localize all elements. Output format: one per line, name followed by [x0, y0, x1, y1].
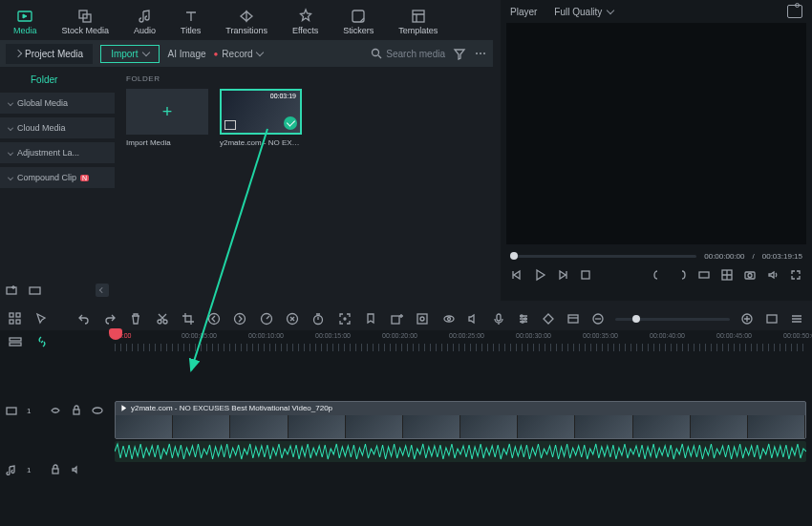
import-button[interactable]: Import — [100, 45, 160, 63]
search-media[interactable]: Search media — [371, 48, 445, 59]
sidebar-item-cloud[interactable]: Cloud Media — [0, 117, 115, 138]
nav-titles[interactable]: Titles — [181, 8, 201, 35]
svg-point-32 — [448, 318, 451, 321]
svg-point-6 — [476, 53, 478, 54]
track-lock-icon[interactable] — [71, 405, 82, 416]
svg-point-45 — [93, 408, 102, 413]
keyframe-icon[interactable] — [541, 311, 556, 326]
volume-icon[interactable] — [766, 268, 780, 282]
svg-rect-29 — [417, 314, 427, 324]
media-clip-tile[interactable]: 00:03:19 y2mate.com - NO EXC... — [220, 89, 302, 147]
nav-transitions[interactable]: Transitions — [225, 8, 267, 35]
mic-icon[interactable] — [491, 311, 506, 326]
search-placeholder: Search media — [386, 49, 445, 59]
track-layout-icon[interactable] — [8, 334, 23, 349]
zoom-out-icon[interactable] — [590, 311, 606, 326]
track-lock-icon[interactable] — [50, 464, 61, 475]
delete-icon[interactable] — [129, 311, 143, 326]
snapshot-icon[interactable] — [787, 5, 802, 18]
focus-icon[interactable] — [337, 311, 352, 326]
record-button[interactable]: ●Record — [214, 49, 263, 59]
speed-icon[interactable] — [259, 311, 273, 326]
collapse-sidebar-icon[interactable] — [96, 284, 109, 297]
nav-effects[interactable]: Effects — [292, 8, 318, 35]
camera-icon[interactable] — [743, 268, 757, 282]
templates-icon — [410, 8, 427, 25]
grid-icon[interactable] — [720, 268, 734, 282]
ratio-icon[interactable] — [697, 268, 711, 282]
player-viewport[interactable] — [506, 23, 806, 244]
quality-dropdown[interactable]: Full Quality — [554, 7, 613, 17]
mark-in-icon[interactable] — [652, 268, 665, 282]
progress-knob[interactable] — [510, 252, 518, 260]
redo-icon[interactable] — [103, 311, 118, 326]
settings-icon[interactable] — [789, 311, 804, 326]
project-media-button[interactable]: Project Media — [6, 44, 93, 64]
svg-rect-41 — [10, 338, 21, 341]
progress-bar[interactable] — [510, 255, 696, 258]
next-button[interactable] — [556, 268, 569, 282]
nav-audio[interactable]: Audio — [134, 8, 156, 35]
timer-icon[interactable] — [311, 311, 326, 326]
add-icon[interactable] — [389, 311, 403, 326]
tool-select-icon[interactable] — [33, 311, 48, 326]
sidebar-item-global[interactable]: Global Media — [0, 93, 115, 114]
ai-image-button[interactable]: AI Image — [167, 49, 205, 59]
tool-grid-icon[interactable] — [8, 311, 22, 326]
import-media-tile[interactable]: + Import Media — [126, 89, 208, 147]
folder-icon[interactable] — [29, 284, 42, 297]
player-title: Player — [510, 7, 537, 17]
nav-stock-media[interactable]: Stock Media — [62, 8, 110, 35]
ruler-ticks — [115, 344, 806, 351]
zoom-fit-icon[interactable] — [764, 311, 780, 326]
speed2-icon[interactable] — [285, 311, 299, 326]
track-mute-icon[interactable] — [71, 464, 82, 475]
audio-track-icon — [6, 464, 17, 475]
nav-stickers[interactable]: Stickers — [343, 8, 374, 35]
eye-icon[interactable] — [441, 311, 457, 326]
sidebar-item-compound[interactable]: Compound ClipN — [0, 167, 115, 188]
new-folder-icon[interactable] — [6, 284, 19, 297]
undo-icon[interactable] — [76, 311, 91, 326]
cut-icon[interactable] — [155, 311, 169, 326]
ruler-time: 00:00:30:00 — [516, 332, 551, 339]
sidebar-folder-head[interactable]: Folder — [0, 67, 115, 93]
next-icon[interactable] — [233, 311, 247, 326]
play-button[interactable] — [533, 268, 546, 282]
nav-label: Stock Media — [62, 26, 110, 35]
stop-button[interactable] — [579, 268, 592, 282]
zoom-knob[interactable] — [632, 315, 640, 323]
mark-out-icon[interactable] — [674, 268, 688, 282]
link-icon[interactable] — [34, 334, 50, 349]
track-visibility-icon[interactable] — [50, 405, 61, 416]
audio-waveform[interactable] — [115, 441, 806, 462]
svg-rect-17 — [16, 313, 20, 317]
filter-icon[interactable] — [453, 47, 466, 60]
render-icon[interactable] — [566, 311, 581, 326]
svg-rect-28 — [392, 316, 399, 324]
audio-icon — [137, 8, 154, 25]
timeline-toolbar — [0, 307, 812, 330]
nav-media[interactable]: Media — [13, 8, 37, 35]
previous-icon[interactable] — [207, 311, 222, 326]
sidebar-item-adjustment[interactable]: Adjustment La... — [0, 142, 115, 163]
ruler-time: 00:00:20:00 — [382, 332, 417, 339]
sound-icon[interactable] — [466, 311, 481, 326]
svg-rect-42 — [10, 343, 21, 346]
zoom-in-icon[interactable] — [739, 311, 755, 326]
adjust-icon[interactable] — [516, 311, 531, 326]
crop-icon[interactable] — [181, 311, 195, 326]
timeline-clip[interactable]: y2mate.com - NO EXCUSES Best Motivationa… — [115, 401, 806, 439]
ruler-time: 00:00:35:00 — [583, 332, 618, 339]
track-mute-icon[interactable] — [92, 405, 103, 416]
ruler-time: 00:00:45:00 — [716, 332, 752, 339]
effects-icon[interactable] — [416, 311, 430, 326]
media-toolbar: Project Media Import AI Image ●Record Se… — [0, 40, 493, 67]
more-icon[interactable] — [474, 47, 487, 60]
nav-templates[interactable]: Templates — [398, 8, 438, 35]
marker-icon[interactable] — [363, 311, 377, 326]
fullscreen-icon[interactable] — [789, 268, 802, 282]
prev-button[interactable] — [510, 268, 524, 282]
svg-point-27 — [344, 318, 346, 320]
zoom-slider[interactable] — [615, 318, 730, 321]
